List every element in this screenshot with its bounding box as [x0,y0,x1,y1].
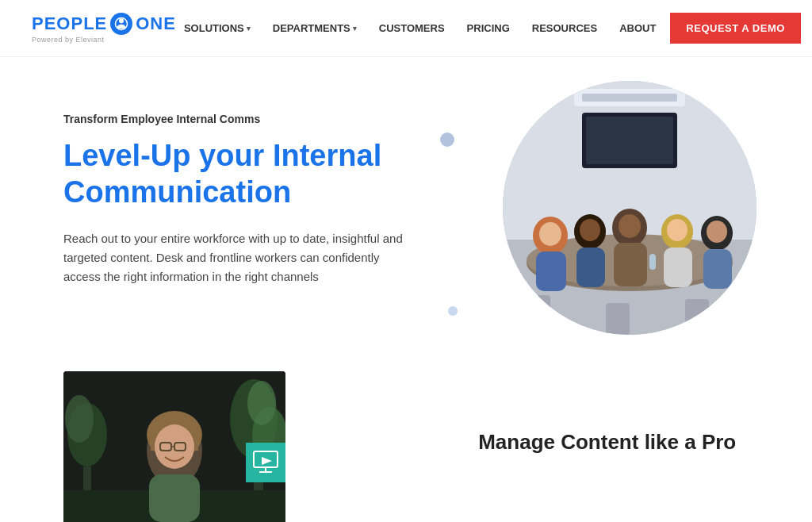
main-content: Transform Employee Internal Comms Level-… [0,57,812,522]
svg-rect-46 [149,474,200,522]
hero-description: Reach out to your entire workforce with … [63,229,415,286]
svg-rect-18 [614,243,647,286]
manage-content-title: Manage Content like a Pro [478,429,736,456]
svg-rect-6 [582,94,677,102]
logo-people-text: PEOPLE [32,13,107,34]
bottom-section: Manage Content like a Pro [0,363,812,522]
svg-rect-21 [664,248,692,287]
svg-point-19 [619,214,641,238]
bottom-left [0,363,446,522]
hero-tagline: Transform Employee Internal Comms [63,113,415,125]
svg-rect-12 [536,251,566,291]
hero-circle-image [503,81,756,335]
svg-rect-8 [586,117,673,164]
svg-point-16 [580,219,600,241]
site-header: PEOPLE ONE Powered by Eleviant SOLUTIONS… [0,0,812,57]
svg-marker-50 [262,457,272,465]
play-monitor-icon [250,447,282,478]
svg-rect-29 [649,254,656,270]
meeting-scene-svg [503,81,756,335]
play-button[interactable] [246,443,285,482]
svg-rect-26 [527,295,550,335]
chevron-down-icon: ▾ [247,25,251,33]
decorative-dot-2 [448,306,458,316]
nav-departments[interactable]: DEPARTMENTS ▾ [265,17,365,39]
chevron-down-icon: ▾ [353,25,357,33]
svg-point-13 [539,222,561,246]
svg-point-0 [119,18,124,23]
nav-pricing[interactable]: PRICING [459,17,518,39]
request-demo-button[interactable]: REQUEST A DEMO [670,13,801,44]
logo[interactable]: PEOPLE ONE Powered by Eleviant [32,13,176,44]
logo-icon [110,13,132,35]
svg-point-22 [667,219,688,241]
decorative-dot-1 [440,132,454,147]
svg-rect-27 [606,303,630,335]
nav-resources[interactable]: RESOURCES [524,17,605,39]
nav-customers[interactable]: CUSTOMERS [371,17,453,39]
nav-about[interactable]: ABOUT [611,17,664,39]
main-nav: SOLUTIONS ▾ DEPARTMENTS ▾ CUSTOMERS PRIC… [176,13,801,44]
svg-point-25 [707,221,727,243]
svg-point-32 [65,395,94,443]
svg-rect-24 [703,249,732,289]
logo-powered-by: Powered by Eleviant [32,36,105,44]
svg-rect-15 [576,248,605,287]
nav-solutions[interactable]: SOLUTIONS ▾ [176,17,259,39]
svg-point-36 [247,381,276,425]
hero-title: Level-Up your Internal Communication [63,138,415,210]
logo-one-text: ONE [136,13,176,34]
bottom-right: Manage Content like a Pro [446,363,812,522]
svg-rect-28 [685,299,709,335]
